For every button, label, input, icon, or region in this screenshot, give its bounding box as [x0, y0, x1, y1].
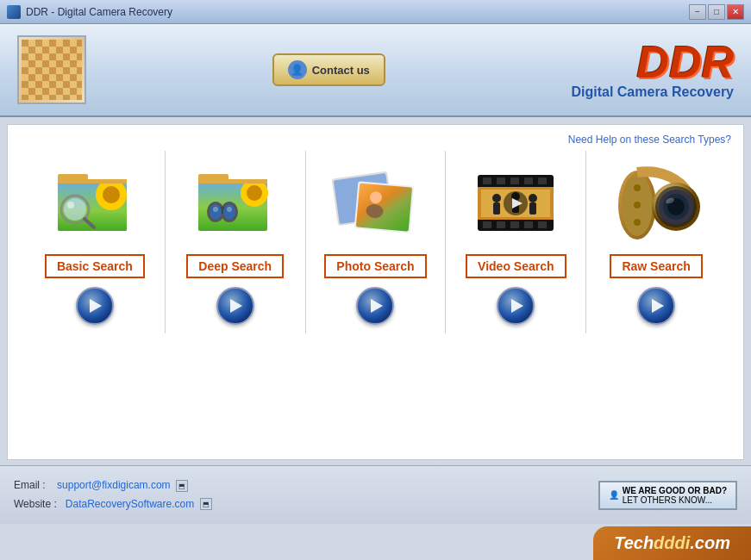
feedback-text: WE ARE GOOD OR BAD? LET OTHERS KNOW...: [623, 486, 727, 505]
brand-title: DDR: [571, 40, 734, 84]
svg-rect-14: [198, 179, 267, 184]
raw-search-icon: [611, 162, 702, 244]
feedback-button[interactable]: 👤 WE ARE GOOD OR BAD? LET OTHERS KNOW...: [598, 481, 737, 510]
raw-search-item: Raw Search: [586, 151, 726, 333]
website-row: Website : DataRecoverySoftware.com ⬒: [14, 495, 212, 514]
raw-search-icon-area: [609, 159, 704, 246]
svg-point-9: [67, 202, 74, 208]
svg-rect-35: [497, 221, 505, 228]
video-search-icon: [471, 162, 561, 244]
svg-rect-33: [538, 177, 547, 184]
svg-rect-30: [497, 177, 505, 184]
email-label: Email :: [14, 479, 46, 491]
close-button[interactable]: ✕: [727, 4, 744, 20]
contact-icon: 👤: [288, 60, 307, 79]
brand-text: Techdddi.com: [614, 533, 730, 552]
svg-rect-32: [524, 177, 533, 184]
minimize-button[interactable]: −: [689, 4, 706, 20]
window-title: DDR - Digital Camera Recovery: [26, 6, 172, 18]
footer: Email : support@fixdigicam.com ⬒ Website…: [0, 465, 751, 524]
footer-contact: Email : support@fixdigicam.com ⬒ Website…: [14, 476, 212, 513]
title-bar: DDR - Digital Camera Recovery − □ ✕: [0, 0, 751, 24]
svg-point-45: [529, 194, 537, 202]
svg-point-58: [634, 202, 641, 208]
svg-point-3: [103, 186, 120, 203]
svg-rect-29: [483, 177, 491, 184]
svg-point-21: [227, 207, 232, 212]
photo-search-item: Photo Search: [306, 151, 447, 333]
svg-point-7: [64, 198, 86, 221]
svg-point-20: [213, 207, 218, 212]
play-icon: [230, 299, 242, 313]
main-content: Need Help on these Search Types?: [7, 124, 744, 460]
basic-search-play[interactable]: [76, 287, 114, 325]
title-bar-left: DDR - Digital Camera Recovery: [7, 5, 172, 19]
app-icon: [7, 5, 21, 19]
play-icon: [652, 299, 664, 313]
feedback-icon: 👤: [609, 490, 619, 500]
svg-rect-31: [510, 177, 519, 184]
svg-rect-38: [538, 221, 547, 228]
email-external-icon[interactable]: ⬒: [176, 480, 188, 492]
svg-rect-34: [483, 221, 491, 228]
feedback-line2: LET OTHERS KNOW...: [623, 495, 727, 505]
svg-rect-42: [493, 202, 500, 215]
video-search-label: Video Search: [466, 254, 566, 278]
photo-search-play[interactable]: [356, 287, 394, 325]
svg-rect-5: [58, 179, 127, 184]
search-grid: Basic Search: [16, 134, 735, 451]
play-icon: [511, 299, 523, 313]
logo-pattern: [22, 40, 82, 100]
svg-point-59: [634, 219, 641, 226]
help-link[interactable]: Need Help on these Search Types?: [568, 134, 731, 146]
header: 👤 Contact us DDR Digital Camera Recovery: [0, 24, 751, 117]
svg-rect-46: [529, 202, 536, 215]
website-link[interactable]: DataRecoverySoftware.com: [66, 498, 194, 510]
svg-rect-25: [356, 183, 412, 231]
bottom-brand: Techdddi.com: [593, 526, 751, 560]
website-label: Website :: [14, 498, 57, 510]
basic-search-icon: [49, 162, 140, 244]
video-search-play[interactable]: [497, 287, 535, 325]
photo-search-label: Photo Search: [324, 254, 426, 278]
logo-box: [17, 35, 86, 104]
svg-point-57: [634, 184, 641, 191]
play-icon: [371, 299, 383, 313]
photo-search-icon-area: [328, 159, 422, 246]
deep-search-item: Deep Search: [166, 151, 306, 333]
deep-search-label: Deep Search: [186, 254, 284, 278]
video-search-icon-area: [468, 159, 563, 246]
header-right: DDR Digital Camera Recovery: [571, 40, 734, 100]
svg-point-12: [247, 185, 262, 201]
header-center: 👤 Contact us: [86, 53, 571, 86]
deep-search-play[interactable]: [216, 287, 254, 325]
website-external-icon[interactable]: ⬒: [200, 498, 212, 510]
photo-search-icon: [330, 162, 421, 244]
svg-rect-37: [524, 221, 533, 228]
basic-search-item: Basic Search: [25, 151, 166, 333]
feedback-line1: WE ARE GOOD OR BAD?: [623, 486, 727, 495]
basic-search-icon-area: [47, 159, 142, 246]
email-link[interactable]: support@fixdigicam.com: [57, 479, 171, 491]
video-search-item: Video Search: [446, 151, 586, 333]
contact-button[interactable]: 👤 Contact us: [272, 53, 385, 86]
maximize-button[interactable]: □: [708, 4, 725, 20]
raw-search-label: Raw Search: [610, 254, 702, 278]
deep-search-icon: [190, 162, 280, 244]
basic-search-label: Basic Search: [45, 254, 145, 278]
email-row: Email : support@fixdigicam.com ⬒: [14, 476, 212, 495]
raw-search-play[interactable]: [637, 287, 675, 325]
brand-subtitle: Digital Camera Recovery: [571, 84, 734, 100]
deep-search-icon-area: [188, 159, 283, 246]
window-controls: − □ ✕: [689, 4, 744, 20]
svg-point-41: [492, 194, 501, 202]
play-icon: [90, 299, 102, 313]
svg-rect-36: [510, 221, 519, 228]
